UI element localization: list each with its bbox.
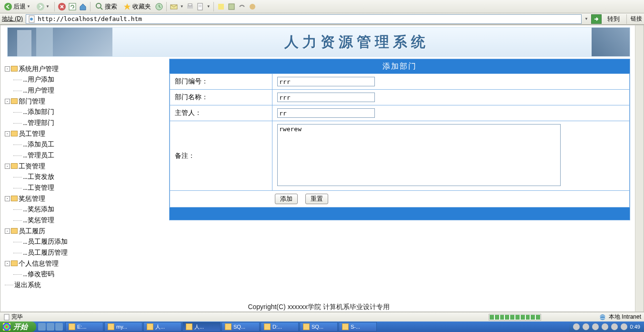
svg-rect-11 (229, 4, 234, 10)
tool-icon[interactable] (238, 2, 246, 11)
back-icon (4, 2, 12, 11)
back-button[interactable]: 后退 ▼ (2, 1, 32, 12)
search-label: 搜索 (105, 2, 117, 11)
address-bar: 地址 (D) http://localhost/default.htm ▼ 转到… (0, 13, 644, 25)
svg-point-14 (30, 18, 33, 21)
go-button[interactable] (591, 14, 602, 24)
dropdown-icon: ▼ (46, 4, 50, 9)
dropdown-icon[interactable]: ▼ (584, 17, 588, 21)
svg-rect-10 (218, 4, 224, 10)
svg-point-12 (250, 4, 255, 10)
misc-icon[interactable] (248, 2, 257, 11)
history-icon[interactable] (155, 2, 163, 11)
dropdown-icon: ▼ (27, 4, 30, 9)
refresh-icon[interactable] (68, 2, 77, 11)
goto-label: 转到 (604, 15, 623, 23)
edit-icon[interactable] (196, 2, 205, 11)
svg-point-1 (37, 3, 44, 10)
search-button[interactable]: 搜索 (93, 1, 119, 12)
stop-icon[interactable] (58, 2, 66, 11)
favorites-label: 收藏夹 (132, 2, 151, 11)
calc-icon[interactable] (227, 2, 236, 11)
url-text: http://localhost/default.htm (38, 15, 142, 22)
address-label: 地址 (D) (2, 15, 23, 23)
svg-rect-7 (187, 6, 193, 9)
browser-toolbar: 后退 ▼ ▼ 搜索 收藏夹 ▼ ▼ (0, 0, 644, 13)
print-icon[interactable] (186, 2, 194, 11)
svg-point-4 (96, 3, 101, 8)
dropdown-icon: ▼ (180, 4, 184, 9)
links-label[interactable]: 链接 (631, 15, 642, 23)
back-label: 后退 (13, 2, 26, 11)
search-icon (95, 2, 104, 11)
address-input[interactable]: http://localhost/default.htm (26, 14, 582, 24)
note-icon[interactable] (217, 2, 225, 11)
home-icon[interactable] (79, 2, 87, 11)
forward-button[interactable]: ▼ (34, 1, 51, 12)
mail-icon[interactable] (170, 2, 178, 11)
svg-rect-3 (69, 3, 76, 10)
star-icon (123, 2, 131, 11)
dropdown-icon: ▼ (207, 4, 211, 9)
forward-icon (36, 2, 45, 11)
page-icon (28, 15, 36, 23)
favorites-button[interactable]: 收藏夹 (121, 1, 153, 12)
svg-point-0 (4, 3, 12, 10)
svg-rect-8 (188, 4, 192, 6)
